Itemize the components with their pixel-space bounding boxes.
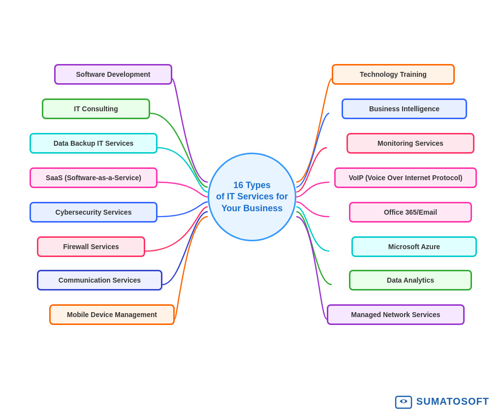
node-managed-network: Managed Network Services	[327, 304, 465, 325]
node-tech-training: Technology Training	[332, 64, 455, 85]
node-it-consulting: IT Consulting	[42, 98, 150, 119]
node-monitoring: Monitoring Services	[346, 133, 474, 154]
node-office365: Office 365/Email	[349, 202, 472, 223]
node-mobile-device: Mobile Device Management	[49, 304, 175, 325]
node-azure: Microsoft Azure	[351, 236, 477, 257]
logo-area: SUMATOSOFT	[395, 392, 489, 410]
node-data-backup: Data Backup IT Services	[30, 133, 158, 154]
logo-text: SUMATOSOFT	[416, 396, 489, 407]
node-cybersecurity: Cybersecurity Services	[30, 202, 158, 223]
node-voip: VoIP (Voice Over Internet Protocol)	[334, 167, 477, 188]
center-node: 16 Types of IT Services for Your Busines…	[208, 153, 296, 241]
diagram-container: 16 Types of IT Services for Your Busines…	[0, 0, 504, 420]
node-communication: Communication Services	[37, 270, 162, 291]
node-saas: SaaS (Software-as-a-Service)	[30, 167, 158, 188]
node-business-intel: Business Intelligence	[342, 98, 467, 119]
node-data-analytics: Data Analytics	[349, 270, 472, 291]
sumatosoft-logo-icon	[395, 392, 412, 410]
node-firewall: Firewall Services	[37, 236, 145, 257]
node-software-development: Software Development	[54, 64, 172, 85]
svg-point-1	[402, 400, 405, 403]
center-text: 16 Types of IT Services for Your Busines…	[211, 175, 293, 219]
